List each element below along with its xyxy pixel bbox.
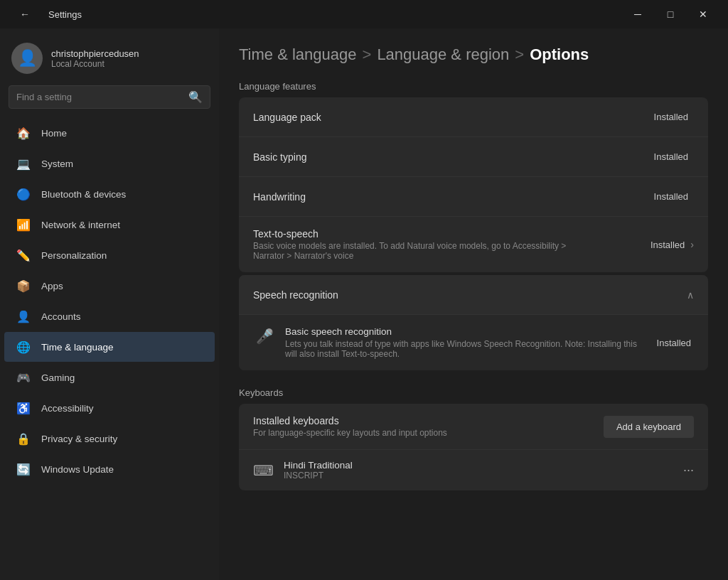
sidebar-item-label-system: System [41, 159, 73, 169]
maximize-button[interactable]: □ [654, 3, 687, 26]
hindi-traditional-row[interactable]: ⌨ Hindi Traditional INSCRIPT ··· [239, 450, 708, 490]
hindi-traditional-info: Hindi Traditional INSCRIPT [284, 460, 673, 480]
microphone-icon: 🎤 [256, 328, 274, 345]
breadcrumb-part1: Time & language [239, 45, 357, 64]
content-area: Time & language > Language & region > Op… [219, 28, 728, 580]
minimize-button[interactable]: ─ [621, 3, 654, 26]
keyboard-icon: ⌨ [253, 462, 274, 479]
language-pack-row[interactable]: Language pack Installed [239, 97, 708, 137]
text-to-speech-sub: Basic voice models are installed. To add… [253, 241, 651, 261]
chevron-right-icon: › [690, 239, 694, 250]
sidebar-item-gaming[interactable]: 🎮 Gaming [4, 362, 215, 392]
more-options-icon[interactable]: ··· [683, 463, 694, 478]
installed-keyboards-label: Installed keyboards For language-specifi… [253, 415, 604, 438]
text-to-speech-label: Text-to-speech Basic voice models are in… [253, 228, 651, 261]
user-name: christophpiercedusen [51, 48, 139, 59]
language-pack-status: Installed [654, 112, 688, 122]
back-button[interactable]: ← [9, 3, 41, 26]
basic-speech-row[interactable]: 🎤 Basic speech recognition Lets you talk… [239, 315, 708, 370]
installed-keyboards-sub: For language-specific key layouts and in… [253, 428, 604, 438]
sidebar-item-label-privacy: Privacy & security [41, 434, 117, 444]
sidebar-item-label-apps: Apps [41, 281, 63, 291]
search-icon: 🔍 [188, 90, 203, 104]
bluetooth-icon: 🔵 [16, 186, 31, 202]
text-to-speech-status: Installed [651, 240, 685, 250]
basic-typing-row[interactable]: Basic typing Installed [239, 137, 708, 177]
basic-speech-title: Basic speech recognition [285, 326, 646, 337]
sidebar-item-bluetooth[interactable]: 🔵 Bluetooth & devices [4, 179, 215, 209]
sidebar: 👤 christophpiercedusen Local Account 🔍 🏠… [0, 28, 219, 580]
speech-recognition-expanded: 🎤 Basic speech recognition Lets you talk… [239, 315, 708, 370]
breadcrumb-sep1: > [363, 45, 372, 64]
apps-icon: 📦 [16, 278, 31, 294]
sidebar-item-label-update: Windows Update [41, 464, 114, 475]
app-title: Settings [48, 9, 82, 20]
system-icon: 💻 [16, 156, 31, 171]
close-button[interactable]: ✕ [687, 3, 719, 26]
network-icon: 📶 [16, 217, 31, 232]
handwriting-status: Installed [654, 191, 688, 202]
keyboards-card: Installed keyboards For language-specifi… [239, 404, 708, 490]
speech-recognition-header[interactable]: Speech recognition ∧ [239, 275, 708, 315]
update-icon: 🔄 [16, 461, 31, 477]
keyboards-label: Keyboards [239, 387, 708, 398]
sidebar-item-update[interactable]: 🔄 Windows Update [4, 454, 215, 484]
sidebar-item-system[interactable]: 💻 System [4, 149, 215, 178]
privacy-icon: 🔒 [16, 431, 31, 446]
basic-speech-status: Installed [657, 338, 691, 348]
nav-list: 🏠 Home 💻 System 🔵 Bluetooth & devices 📶 … [0, 117, 219, 485]
add-keyboard-button[interactable]: Add a keyboard [604, 416, 694, 438]
sidebar-item-privacy[interactable]: 🔒 Privacy & security [4, 424, 215, 453]
titlebar-left: ← Settings [9, 3, 82, 26]
sidebar-item-label-accessibility: Accessibility [41, 403, 94, 414]
gaming-icon: 🎮 [16, 370, 31, 385]
hindi-traditional-name: Hindi Traditional [284, 460, 673, 471]
basic-typing-status: Installed [654, 151, 688, 162]
sidebar-item-accessibility[interactable]: ♿ Accessibility [4, 393, 215, 423]
text-to-speech-row[interactable]: Text-to-speech Basic voice models are in… [239, 217, 708, 272]
speech-recognition-card: Speech recognition ∧ 🎤 Basic speech reco… [239, 275, 708, 370]
titlebar: ← Settings ─ □ ✕ [0, 0, 728, 28]
search-input[interactable] [16, 92, 183, 102]
sidebar-item-network[interactable]: 📶 Network & internet [4, 210, 215, 240]
sidebar-item-label-home: Home [41, 128, 67, 139]
sidebar-item-apps[interactable]: 📦 Apps [4, 271, 215, 301]
user-section: 👤 christophpiercedusen Local Account [0, 36, 219, 85]
breadcrumb: Time & language > Language & region > Op… [239, 45, 708, 64]
sidebar-item-personalization[interactable]: ✏️ Personalization [4, 240, 215, 270]
language-features-card: Language pack Installed Basic typing Ins… [239, 97, 708, 272]
basic-speech-sub: Lets you talk instead of type with apps … [285, 339, 646, 359]
breadcrumb-sep2: > [515, 45, 524, 64]
sidebar-item-label-accounts: Accounts [41, 311, 81, 322]
sidebar-item-label-gaming: Gaming [41, 372, 75, 383]
avatar: 👤 [11, 43, 43, 74]
breadcrumb-part2: Language & region [377, 45, 509, 64]
personalization-icon: ✏️ [16, 247, 31, 263]
user-role: Local Account [51, 59, 139, 69]
basic-typing-label: Basic typing [253, 151, 654, 163]
accessibility-icon: ♿ [16, 400, 31, 416]
language-features-label: Language features [239, 81, 708, 92]
accounts-icon: 👤 [16, 308, 31, 324]
speech-recognition-label: Speech recognition [253, 289, 687, 301]
window-controls: ─ □ ✕ [621, 3, 719, 26]
search-box[interactable]: 🔍 [9, 85, 210, 109]
user-info: christophpiercedusen Local Account [51, 48, 139, 69]
time-icon: 🌐 [16, 339, 31, 355]
sidebar-item-time[interactable]: 🌐 Time & language [4, 332, 215, 362]
sidebar-item-label-time: Time & language [41, 342, 114, 353]
basic-speech-text: Basic speech recognition Lets you talk i… [285, 326, 646, 359]
collapse-icon: ∧ [687, 289, 694, 301]
home-icon: 🏠 [16, 125, 31, 141]
sidebar-item-label-bluetooth: Bluetooth & devices [41, 189, 126, 200]
language-pack-label: Language pack [253, 112, 654, 123]
installed-keyboards-row[interactable]: Installed keyboards For language-specifi… [239, 404, 708, 450]
hindi-traditional-sub: INSCRIPT [284, 471, 673, 480]
sidebar-item-home[interactable]: 🏠 Home [4, 118, 215, 148]
sidebar-item-label-network: Network & internet [41, 220, 120, 230]
sidebar-item-accounts[interactable]: 👤 Accounts [4, 301, 215, 331]
breadcrumb-current: Options [530, 45, 589, 64]
sidebar-item-label-personalization: Personalization [41, 250, 107, 261]
handwriting-row[interactable]: Handwriting Installed [239, 177, 708, 217]
main-layout: 👤 christophpiercedusen Local Account 🔍 🏠… [0, 28, 728, 580]
